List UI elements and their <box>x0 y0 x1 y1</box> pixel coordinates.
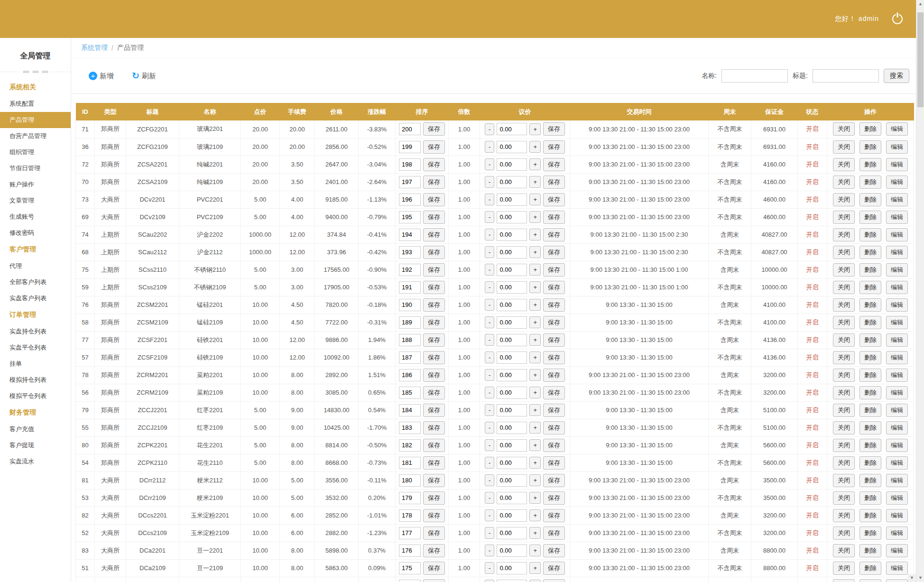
bargain-save-button[interactable]: 保存 <box>543 333 565 347</box>
breadcrumb-parent-link[interactable]: 系统管理 <box>81 44 108 52</box>
edit-button[interactable]: 编辑 <box>886 386 908 399</box>
sort-input[interactable] <box>399 369 421 381</box>
sidebar-item-实盘持仓列表[interactable]: 实盘持仓列表 <box>0 323 71 340</box>
sidebar-item-全部客户列表[interactable]: 全部客户列表 <box>0 274 71 290</box>
refresh-button[interactable]: ↻ 刷新 <box>132 72 156 81</box>
close-button[interactable]: 关闭 <box>833 158 855 171</box>
bargain-minus-button[interactable]: - <box>485 158 494 170</box>
close-button[interactable]: 关闭 <box>833 263 855 277</box>
delete-button[interactable]: 删除 <box>859 421 881 434</box>
sort-save-button[interactable]: 保存 <box>423 579 445 582</box>
sidebar-item-产品管理[interactable]: 产品管理 <box>0 112 71 128</box>
bargain-minus-button[interactable]: - <box>485 334 494 346</box>
sort-save-button[interactable]: 保存 <box>423 263 445 277</box>
bargain-plus-button[interactable]: + <box>529 580 541 582</box>
edit-button[interactable]: 编辑 <box>886 527 908 540</box>
sort-save-button[interactable]: 保存 <box>423 122 445 136</box>
bargain-plus-button[interactable]: + <box>529 562 541 574</box>
bargain-plus-button[interactable]: + <box>529 334 541 346</box>
bargain-input[interactable] <box>497 474 527 487</box>
bargain-input[interactable] <box>497 492 527 504</box>
bargain-input[interactable] <box>497 334 527 346</box>
bargain-plus-button[interactable]: + <box>529 404 541 416</box>
bargain-save-button[interactable]: 保存 <box>543 281 565 294</box>
delete-button[interactable]: 删除 <box>859 246 881 259</box>
edit-button[interactable]: 编辑 <box>886 509 908 522</box>
bargain-plus-button[interactable]: + <box>529 141 541 153</box>
vertical-scrollbar[interactable]: ▲ ▼ <box>916 0 924 582</box>
sort-input[interactable] <box>399 387 421 399</box>
bargain-input[interactable] <box>497 194 527 206</box>
close-button[interactable]: 关闭 <box>833 369 855 382</box>
sidebar-item-修改密码[interactable]: 修改密码 <box>0 225 71 241</box>
sort-save-button[interactable]: 保存 <box>423 193 445 206</box>
bargain-plus-button[interactable]: + <box>529 387 541 398</box>
delete-button[interactable]: 删除 <box>859 193 881 206</box>
horizontal-scroll-arrow[interactable]: ▼ <box>908 574 916 582</box>
bargain-plus-button[interactable]: + <box>529 316 541 328</box>
bargain-plus-button[interactable]: + <box>529 422 541 434</box>
bargain-input[interactable] <box>497 176 527 188</box>
sort-save-button[interactable]: 保存 <box>423 509 445 522</box>
bargain-minus-button[interactable]: - <box>485 527 494 539</box>
edit-button[interactable]: 编辑 <box>886 333 908 347</box>
sidebar-item-生成账号[interactable]: 生成账号 <box>0 209 71 225</box>
bargain-input[interactable] <box>497 211 527 223</box>
edit-button[interactable]: 编辑 <box>886 562 908 575</box>
bargain-plus-button[interactable]: + <box>529 211 541 223</box>
bargain-plus-button[interactable]: + <box>529 527 541 539</box>
bargain-save-button[interactable]: 保存 <box>543 263 565 277</box>
sort-input[interactable] <box>399 334 421 346</box>
bargain-plus-button[interactable]: + <box>529 369 541 381</box>
bargain-plus-button[interactable]: + <box>529 299 541 311</box>
bargain-save-button[interactable]: 保存 <box>543 509 565 522</box>
delete-button[interactable]: 删除 <box>859 509 881 522</box>
bargain-minus-button[interactable]: - <box>485 387 494 398</box>
edit-button[interactable]: 编辑 <box>886 228 908 241</box>
delete-button[interactable]: 删除 <box>859 140 881 154</box>
edit-button[interactable]: 编辑 <box>886 474 908 487</box>
add-button[interactable]: + 新增 <box>89 72 114 81</box>
sort-input[interactable] <box>399 527 421 539</box>
delete-button[interactable]: 删除 <box>859 158 881 171</box>
delete-button[interactable]: 删除 <box>859 333 881 347</box>
sort-input[interactable] <box>399 474 421 487</box>
edit-button[interactable]: 编辑 <box>886 246 908 259</box>
sort-input[interactable] <box>399 299 421 311</box>
sidebar-item-代理[interactable]: 代理 <box>0 258 71 274</box>
bargain-save-button[interactable]: 保存 <box>543 491 565 505</box>
bargain-plus-button[interactable]: + <box>529 264 541 276</box>
sort-save-button[interactable]: 保存 <box>423 176 445 189</box>
scroll-down-arrow[interactable]: ▼ <box>916 574 924 582</box>
close-button[interactable]: 关闭 <box>833 140 855 154</box>
sort-input[interactable] <box>399 229 421 241</box>
sort-input[interactable] <box>399 580 421 582</box>
bargain-save-button[interactable]: 保存 <box>543 474 565 487</box>
sort-input[interactable] <box>399 194 421 206</box>
edit-button[interactable]: 编辑 <box>886 158 908 171</box>
bargain-input[interactable] <box>497 545 527 557</box>
sidebar-item-挂单[interactable]: 挂单 <box>0 356 71 372</box>
scrollbar-thumb[interactable] <box>917 12 924 107</box>
close-button[interactable]: 关闭 <box>833 193 855 206</box>
sort-save-button[interactable]: 保存 <box>423 281 445 294</box>
sort-save-button[interactable]: 保存 <box>423 246 445 259</box>
sort-save-button[interactable]: 保存 <box>423 491 445 505</box>
sort-save-button[interactable]: 保存 <box>423 527 445 540</box>
sort-save-button[interactable]: 保存 <box>423 439 445 452</box>
name-filter-input[interactable] <box>721 69 788 83</box>
close-button[interactable]: 关闭 <box>833 333 855 347</box>
sort-input[interactable] <box>399 141 421 153</box>
bargain-minus-button[interactable]: - <box>485 439 494 451</box>
bargain-minus-button[interactable]: - <box>485 246 494 258</box>
sidebar-item-账户操作[interactable]: 账户操作 <box>0 176 71 193</box>
bargain-minus-button[interactable]: - <box>485 176 494 188</box>
bargain-input[interactable] <box>497 229 527 241</box>
bargain-input[interactable] <box>497 281 527 294</box>
sort-save-button[interactable]: 保存 <box>423 544 445 557</box>
edit-button[interactable]: 编辑 <box>886 176 908 189</box>
delete-button[interactable]: 删除 <box>859 491 881 505</box>
bargain-minus-button[interactable]: - <box>485 509 494 521</box>
bargain-save-button[interactable]: 保存 <box>543 176 565 189</box>
edit-button[interactable]: 编辑 <box>886 193 908 206</box>
